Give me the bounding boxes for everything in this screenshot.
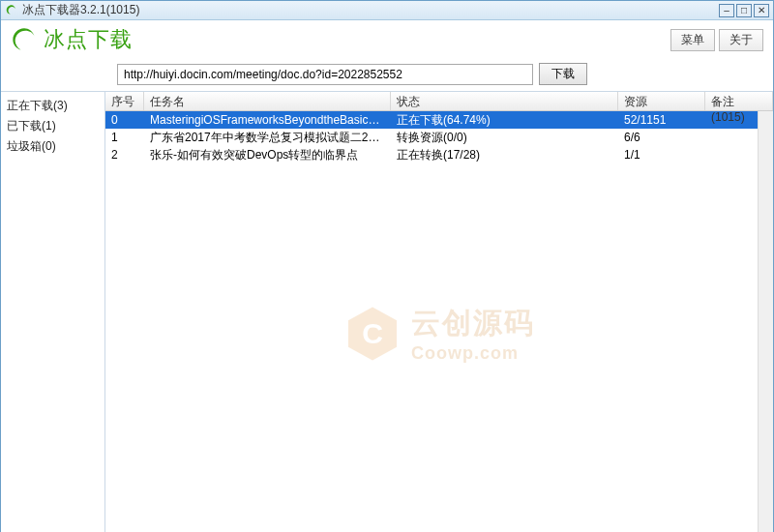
cell-name: 广东省2017年中考数学总复习模拟试题二201707... <box>144 129 391 147</box>
cell-res: 1/1 <box>618 147 705 163</box>
svg-text:C: C <box>362 317 383 349</box>
cell-idx: 1 <box>105 130 144 145</box>
cell-res: 6/6 <box>618 130 705 145</box>
logo-icon <box>11 26 38 53</box>
watermark-en: Coowp.com <box>411 343 535 364</box>
table-body: 0MasteringiOSFrameworksBeyondtheBasics,2… <box>105 111 773 163</box>
col-header-res[interactable]: 资源 <box>618 92 705 110</box>
table-row[interactable]: 2张乐-如何有效突破DevOps转型的临界点正在转换(17/28)1/1 <box>105 146 773 163</box>
sidebar: 正在下载(3) 已下载(1) 垃圾箱(0) <box>1 92 105 532</box>
window-buttons: – □ ✕ <box>719 4 769 17</box>
download-button[interactable]: 下载 <box>539 63 587 85</box>
cell-name: MasteringiOSFrameworksBeyondtheBasics,2n… <box>144 112 391 128</box>
url-input[interactable] <box>117 64 533 85</box>
cell-idx: 2 <box>105 147 144 163</box>
table-header: 序号 任务名 状态 资源 备注(1015) <box>105 92 773 111</box>
sidebar-item-trash[interactable]: 垃圾箱(0) <box>7 136 99 157</box>
about-button[interactable]: 关于 <box>719 29 763 51</box>
logo-text: 冰点下载 <box>44 25 133 54</box>
table-row[interactable]: 0MasteringiOSFrameworksBeyondtheBasics,2… <box>105 111 773 129</box>
maximize-button[interactable]: □ <box>736 4 752 17</box>
sidebar-item-downloaded[interactable]: 已下载(1) <box>7 116 99 136</box>
header: 冰点下载 菜单 关于 <box>1 20 773 59</box>
titlebar: 冰点下载器3.2.1(1015) – □ ✕ <box>1 1 773 20</box>
table-row[interactable]: 1广东省2017年中考数学总复习模拟试题二201707...转换资源(0/0)6… <box>105 129 773 146</box>
cell-name: 张乐-如何有效突破DevOps转型的临界点 <box>144 146 391 164</box>
cell-res: 52/1151 <box>618 112 705 128</box>
col-header-status[interactable]: 状态 <box>391 92 618 110</box>
col-header-name[interactable]: 任务名 <box>144 92 391 110</box>
col-header-note[interactable]: 备注(1015) <box>705 92 773 110</box>
watermark-cn: 云创源码 <box>411 304 535 343</box>
cell-idx: 0 <box>105 112 144 128</box>
vertical-scrollbar[interactable] <box>758 111 773 532</box>
watermark-icon: C <box>343 305 402 363</box>
minimize-button[interactable]: – <box>719 4 734 17</box>
header-buttons: 菜单 关于 <box>670 29 763 51</box>
main-area: 正在下载(3) 已下载(1) 垃圾箱(0) 序号 任务名 状态 资源 备注(10… <box>1 91 773 532</box>
svg-marker-0 <box>348 308 397 361</box>
close-button[interactable]: ✕ <box>754 4 769 17</box>
url-row: 下载 <box>1 59 773 91</box>
sidebar-item-downloading[interactable]: 正在下载(3) <box>7 96 99 116</box>
menu-button[interactable]: 菜单 <box>670 29 715 51</box>
cell-status: 转换资源(0/0) <box>391 129 618 147</box>
cell-status: 正在下载(64.74%) <box>391 111 618 130</box>
app-window: 冰点下载器3.2.1(1015) – □ ✕ 冰点下载 菜单 关于 下载 正在下… <box>0 0 774 532</box>
logo: 冰点下载 <box>11 25 133 54</box>
window-title: 冰点下载器3.2.1(1015) <box>22 2 719 18</box>
content-area: 序号 任务名 状态 资源 备注(1015) 0MasteringiOSFrame… <box>105 92 773 532</box>
col-header-idx[interactable]: 序号 <box>105 92 144 110</box>
cell-status: 正在转换(17/28) <box>391 146 618 164</box>
watermark: C 云创源码 Coowp.com <box>343 304 535 364</box>
app-icon <box>5 4 18 17</box>
